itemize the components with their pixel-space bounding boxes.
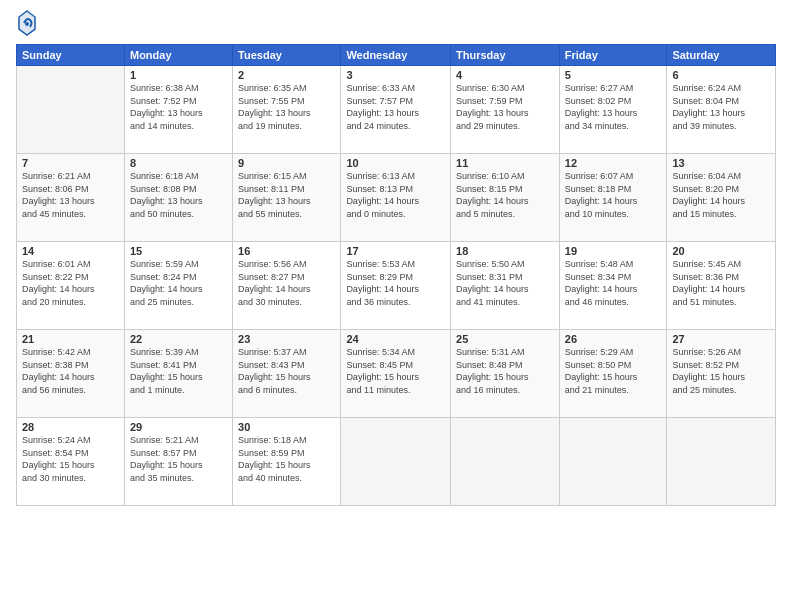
calendar-cell: 18Sunrise: 5:50 AM Sunset: 8:31 PM Dayli… — [451, 242, 560, 330]
week-row-4: 21Sunrise: 5:42 AM Sunset: 8:38 PM Dayli… — [17, 330, 776, 418]
day-info: Sunrise: 5:56 AM Sunset: 8:27 PM Dayligh… — [238, 258, 335, 308]
calendar-cell: 1Sunrise: 6:38 AM Sunset: 7:52 PM Daylig… — [124, 66, 232, 154]
calendar-cell: 30Sunrise: 5:18 AM Sunset: 8:59 PM Dayli… — [233, 418, 341, 506]
week-row-3: 14Sunrise: 6:01 AM Sunset: 8:22 PM Dayli… — [17, 242, 776, 330]
day-info: Sunrise: 6:24 AM Sunset: 8:04 PM Dayligh… — [672, 82, 770, 132]
calendar-cell: 4Sunrise: 6:30 AM Sunset: 7:59 PM Daylig… — [451, 66, 560, 154]
calendar-cell — [451, 418, 560, 506]
day-number: 28 — [22, 421, 119, 433]
week-row-1: 1Sunrise: 6:38 AM Sunset: 7:52 PM Daylig… — [17, 66, 776, 154]
day-info: Sunrise: 6:07 AM Sunset: 8:18 PM Dayligh… — [565, 170, 662, 220]
calendar-cell: 2Sunrise: 6:35 AM Sunset: 7:55 PM Daylig… — [233, 66, 341, 154]
weekday-header-monday: Monday — [124, 45, 232, 66]
calendar-cell: 23Sunrise: 5:37 AM Sunset: 8:43 PM Dayli… — [233, 330, 341, 418]
calendar-cell: 11Sunrise: 6:10 AM Sunset: 8:15 PM Dayli… — [451, 154, 560, 242]
day-number: 3 — [346, 69, 445, 81]
day-info: Sunrise: 6:01 AM Sunset: 8:22 PM Dayligh… — [22, 258, 119, 308]
calendar-cell: 14Sunrise: 6:01 AM Sunset: 8:22 PM Dayli… — [17, 242, 125, 330]
day-number: 21 — [22, 333, 119, 345]
calendar-cell: 19Sunrise: 5:48 AM Sunset: 8:34 PM Dayli… — [559, 242, 667, 330]
day-number: 13 — [672, 157, 770, 169]
calendar-cell: 16Sunrise: 5:56 AM Sunset: 8:27 PM Dayli… — [233, 242, 341, 330]
day-info: Sunrise: 6:21 AM Sunset: 8:06 PM Dayligh… — [22, 170, 119, 220]
calendar-cell: 22Sunrise: 5:39 AM Sunset: 8:41 PM Dayli… — [124, 330, 232, 418]
week-row-5: 28Sunrise: 5:24 AM Sunset: 8:54 PM Dayli… — [17, 418, 776, 506]
day-info: Sunrise: 6:27 AM Sunset: 8:02 PM Dayligh… — [565, 82, 662, 132]
header — [16, 10, 776, 38]
day-info: Sunrise: 5:42 AM Sunset: 8:38 PM Dayligh… — [22, 346, 119, 396]
calendar-cell: 12Sunrise: 6:07 AM Sunset: 8:18 PM Dayli… — [559, 154, 667, 242]
calendar-cell: 7Sunrise: 6:21 AM Sunset: 8:06 PM Daylig… — [17, 154, 125, 242]
day-info: Sunrise: 6:35 AM Sunset: 7:55 PM Dayligh… — [238, 82, 335, 132]
calendar-cell: 6Sunrise: 6:24 AM Sunset: 8:04 PM Daylig… — [667, 66, 776, 154]
calendar-cell: 13Sunrise: 6:04 AM Sunset: 8:20 PM Dayli… — [667, 154, 776, 242]
day-info: Sunrise: 5:31 AM Sunset: 8:48 PM Dayligh… — [456, 346, 554, 396]
day-number: 20 — [672, 245, 770, 257]
day-number: 30 — [238, 421, 335, 433]
day-number: 1 — [130, 69, 227, 81]
logo-icon — [16, 10, 38, 38]
day-info: Sunrise: 5:37 AM Sunset: 8:43 PM Dayligh… — [238, 346, 335, 396]
weekday-header-sunday: Sunday — [17, 45, 125, 66]
weekday-header-wednesday: Wednesday — [341, 45, 451, 66]
day-info: Sunrise: 6:30 AM Sunset: 7:59 PM Dayligh… — [456, 82, 554, 132]
day-number: 26 — [565, 333, 662, 345]
calendar-cell: 8Sunrise: 6:18 AM Sunset: 8:08 PM Daylig… — [124, 154, 232, 242]
calendar-table: SundayMondayTuesdayWednesdayThursdayFrid… — [16, 44, 776, 506]
weekday-header-tuesday: Tuesday — [233, 45, 341, 66]
day-number: 18 — [456, 245, 554, 257]
calendar-cell: 21Sunrise: 5:42 AM Sunset: 8:38 PM Dayli… — [17, 330, 125, 418]
calendar-page: SundayMondayTuesdayWednesdayThursdayFrid… — [0, 0, 792, 612]
day-info: Sunrise: 5:53 AM Sunset: 8:29 PM Dayligh… — [346, 258, 445, 308]
day-number: 24 — [346, 333, 445, 345]
day-number: 7 — [22, 157, 119, 169]
weekday-header-row: SundayMondayTuesdayWednesdayThursdayFrid… — [17, 45, 776, 66]
calendar-cell: 5Sunrise: 6:27 AM Sunset: 8:02 PM Daylig… — [559, 66, 667, 154]
day-info: Sunrise: 6:38 AM Sunset: 7:52 PM Dayligh… — [130, 82, 227, 132]
day-info: Sunrise: 5:18 AM Sunset: 8:59 PM Dayligh… — [238, 434, 335, 484]
svg-point-2 — [25, 22, 29, 26]
day-info: Sunrise: 6:04 AM Sunset: 8:20 PM Dayligh… — [672, 170, 770, 220]
calendar-cell: 27Sunrise: 5:26 AM Sunset: 8:52 PM Dayli… — [667, 330, 776, 418]
day-number: 14 — [22, 245, 119, 257]
logo — [16, 10, 42, 38]
day-info: Sunrise: 5:39 AM Sunset: 8:41 PM Dayligh… — [130, 346, 227, 396]
calendar-cell: 24Sunrise: 5:34 AM Sunset: 8:45 PM Dayli… — [341, 330, 451, 418]
calendar-cell — [341, 418, 451, 506]
day-number: 8 — [130, 157, 227, 169]
week-row-2: 7Sunrise: 6:21 AM Sunset: 8:06 PM Daylig… — [17, 154, 776, 242]
calendar-cell: 10Sunrise: 6:13 AM Sunset: 8:13 PM Dayli… — [341, 154, 451, 242]
day-info: Sunrise: 5:50 AM Sunset: 8:31 PM Dayligh… — [456, 258, 554, 308]
day-number: 25 — [456, 333, 554, 345]
day-info: Sunrise: 5:34 AM Sunset: 8:45 PM Dayligh… — [346, 346, 445, 396]
day-number: 10 — [346, 157, 445, 169]
calendar-cell: 9Sunrise: 6:15 AM Sunset: 8:11 PM Daylig… — [233, 154, 341, 242]
day-info: Sunrise: 5:24 AM Sunset: 8:54 PM Dayligh… — [22, 434, 119, 484]
day-number: 15 — [130, 245, 227, 257]
calendar-cell: 25Sunrise: 5:31 AM Sunset: 8:48 PM Dayli… — [451, 330, 560, 418]
day-info: Sunrise: 6:18 AM Sunset: 8:08 PM Dayligh… — [130, 170, 227, 220]
day-info: Sunrise: 5:48 AM Sunset: 8:34 PM Dayligh… — [565, 258, 662, 308]
day-info: Sunrise: 6:33 AM Sunset: 7:57 PM Dayligh… — [346, 82, 445, 132]
day-number: 5 — [565, 69, 662, 81]
calendar-cell: 3Sunrise: 6:33 AM Sunset: 7:57 PM Daylig… — [341, 66, 451, 154]
day-number: 9 — [238, 157, 335, 169]
day-info: Sunrise: 6:13 AM Sunset: 8:13 PM Dayligh… — [346, 170, 445, 220]
weekday-header-saturday: Saturday — [667, 45, 776, 66]
day-info: Sunrise: 5:59 AM Sunset: 8:24 PM Dayligh… — [130, 258, 227, 308]
calendar-cell: 20Sunrise: 5:45 AM Sunset: 8:36 PM Dayli… — [667, 242, 776, 330]
day-number: 19 — [565, 245, 662, 257]
day-info: Sunrise: 5:29 AM Sunset: 8:50 PM Dayligh… — [565, 346, 662, 396]
day-number: 2 — [238, 69, 335, 81]
calendar-cell: 26Sunrise: 5:29 AM Sunset: 8:50 PM Dayli… — [559, 330, 667, 418]
day-info: Sunrise: 5:26 AM Sunset: 8:52 PM Dayligh… — [672, 346, 770, 396]
day-number: 11 — [456, 157, 554, 169]
calendar-cell: 28Sunrise: 5:24 AM Sunset: 8:54 PM Dayli… — [17, 418, 125, 506]
day-number: 16 — [238, 245, 335, 257]
day-number: 4 — [456, 69, 554, 81]
calendar-cell: 15Sunrise: 5:59 AM Sunset: 8:24 PM Dayli… — [124, 242, 232, 330]
day-number: 29 — [130, 421, 227, 433]
day-info: Sunrise: 5:45 AM Sunset: 8:36 PM Dayligh… — [672, 258, 770, 308]
day-number: 27 — [672, 333, 770, 345]
day-number: 23 — [238, 333, 335, 345]
